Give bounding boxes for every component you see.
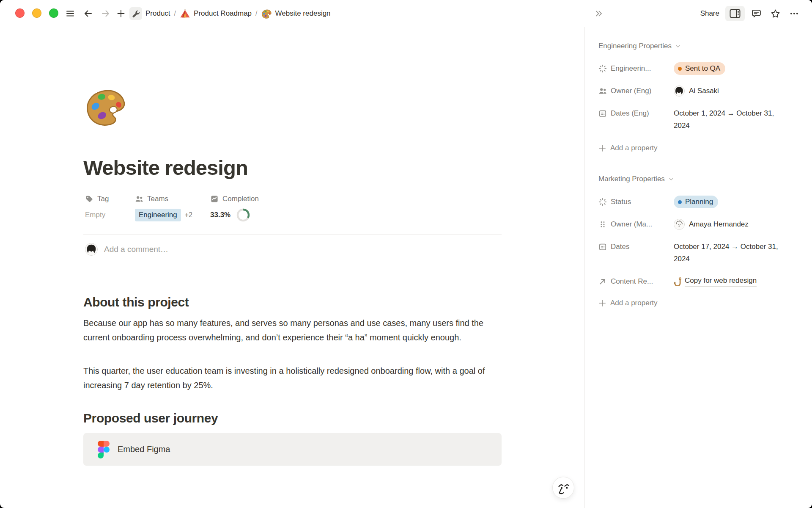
property-value-date-range[interactable]: October 17, 2024 → October 31, 2024: [674, 240, 787, 265]
ellipsis-icon: [790, 9, 799, 18]
comment-bubble-icon: [751, 8, 762, 19]
macos-close-button[interactable]: [15, 8, 25, 18]
comment-row: Add a comment…: [85, 242, 168, 256]
property-value-completion[interactable]: 33.3%: [210, 209, 259, 221]
more-options-button[interactable]: [787, 6, 802, 21]
property-label[interactable]: Dates (Eng): [611, 107, 674, 120]
toggle-side-panel-button[interactable]: [725, 6, 745, 21]
property-label[interactable]: Content Re...: [611, 275, 674, 288]
properties-sidebar: Engineering Properties Engineerin... Sen…: [584, 0, 812, 508]
breadcrumb-label: Product: [145, 9, 170, 18]
property-value-date-range[interactable]: October 1, 2024 → October 31, 2024: [674, 107, 787, 132]
relation-page-link[interactable]: Copy for web redesign: [674, 275, 757, 287]
status-pill-planning[interactable]: Planning: [674, 196, 718, 208]
teams-more-count[interactable]: +2: [185, 211, 192, 219]
person-name: Amaya Hernandez: [689, 218, 749, 231]
teams-tag-engineering[interactable]: Engineering: [135, 209, 181, 221]
breadcrumb: Product / Product Roadmap / Website rede…: [129, 0, 331, 27]
property-row-owner-marketing: Owner (Ma... Amaya Hernandez: [598, 218, 749, 231]
breadcrumb-separator: /: [174, 10, 176, 17]
property-value[interactable]: Sent to QA: [674, 62, 725, 75]
property-label[interactable]: Status: [611, 196, 674, 208]
breadcrumb-item-product-roadmap[interactable]: Product Roadmap: [180, 8, 252, 19]
property-label[interactable]: Dates: [611, 240, 674, 253]
palette-emoji: [261, 8, 272, 19]
notion-ai-button[interactable]: [552, 477, 574, 499]
completion-percent: 33.3%: [210, 211, 230, 219]
group-title-engineering-properties[interactable]: Engineering Properties: [598, 41, 681, 52]
status-dot: [678, 200, 682, 204]
arrow-up-right-icon: [598, 277, 607, 286]
avatar: [674, 219, 685, 230]
status-pill-sent-to-qa[interactable]: Sent to QA: [674, 62, 725, 75]
property-row-content-relation: Content Re... Copy for web redesign: [598, 275, 757, 288]
about-paragraph-1: Because our app has so many features, an…: [83, 316, 501, 345]
divider: [83, 264, 502, 264]
people-icon: [135, 195, 143, 203]
chevron-down-icon: [675, 43, 681, 49]
breadcrumb-separator: /: [255, 10, 257, 17]
add-property-button[interactable]: Add a property: [598, 297, 658, 309]
page-title[interactable]: Website redesign: [83, 155, 502, 180]
plus-icon: [598, 299, 606, 307]
status-spinner-icon: [598, 64, 607, 73]
property-value[interactable]: Amaya Hernandez: [674, 218, 749, 231]
comments-button[interactable]: [749, 6, 764, 21]
add-property-button[interactable]: Add a property: [598, 142, 658, 155]
plus-icon: [598, 144, 606, 152]
hamburger-icon: [65, 8, 75, 19]
forward-button[interactable]: [98, 6, 113, 21]
property-value[interactable]: Planning: [674, 196, 718, 208]
property-value-tag[interactable]: Empty: [85, 209, 135, 221]
sidebar-menu-button[interactable]: [63, 6, 78, 21]
add-comment-input[interactable]: Add a comment…: [104, 245, 168, 254]
calendar-icon: [598, 109, 607, 118]
ai-face-icon: [553, 478, 573, 498]
property-label[interactable]: Owner (Ma...: [611, 218, 674, 231]
macos-minimize-button[interactable]: [32, 8, 41, 18]
property-row-status: Status Planning: [598, 196, 718, 208]
relation-page-title: Copy for web redesign: [685, 275, 757, 287]
property-value[interactable]: Ai Sasaki: [674, 85, 719, 97]
chevron-down-icon: [668, 176, 674, 182]
collapse-sidebar-button[interactable]: [591, 6, 606, 21]
property-row-dates: Dates October 17, 2024 → October 31, 202…: [598, 240, 787, 265]
property-value[interactable]: Copy for web redesign: [674, 275, 757, 287]
tag-icon: [85, 195, 93, 203]
property-label-tag[interactable]: Tag: [85, 193, 135, 205]
embed-figma-block[interactable]: Embed Figma: [83, 433, 502, 466]
avatar: [674, 86, 685, 97]
calendar-icon: [598, 243, 607, 251]
property-value-teams[interactable]: Engineering +2: [135, 209, 210, 221]
property-label[interactable]: Engineerin...: [611, 62, 674, 75]
star-icon: [770, 8, 781, 19]
user-avatar: [85, 243, 98, 256]
person-name: Ai Sasaki: [689, 85, 719, 97]
breadcrumb-item-product[interactable]: Product: [129, 7, 170, 20]
share-button[interactable]: Share: [698, 9, 721, 18]
property-label[interactable]: Owner (Eng): [611, 85, 674, 97]
favorite-button[interactable]: [768, 6, 783, 21]
tent-emoji: [180, 8, 190, 19]
drag-dots-icon: [598, 220, 607, 229]
people-icon: [598, 87, 607, 95]
status-dot: [678, 67, 682, 71]
divider: [83, 234, 502, 235]
figma-logo-icon: [98, 441, 110, 458]
new-page-button[interactable]: [114, 6, 128, 21]
group-title-marketing-properties[interactable]: Marketing Properties: [598, 174, 674, 185]
page-icon-palette-emoji[interactable]: [85, 86, 127, 128]
double-chevron-right-icon: [594, 8, 604, 19]
property-label-completion[interactable]: Completion: [210, 193, 259, 205]
macos-zoom-button[interactable]: [49, 8, 58, 18]
property-row-owner-eng: Owner (Eng) Ai Sasaki: [598, 85, 719, 97]
breadcrumb-item-website-redesign[interactable]: Website redesign: [261, 8, 331, 19]
property-label-teams[interactable]: Teams: [135, 193, 210, 205]
hook-emoji: [674, 276, 681, 286]
plus-icon: [117, 9, 125, 18]
property-row-engineering-status: Engineerin... Sent to QA: [598, 62, 725, 75]
back-button[interactable]: [80, 6, 96, 21]
notion-window: Product / Product Roadmap / Website rede…: [0, 0, 812, 508]
completion-progress-ring: [236, 208, 250, 222]
status-spinner-icon: [598, 198, 607, 206]
